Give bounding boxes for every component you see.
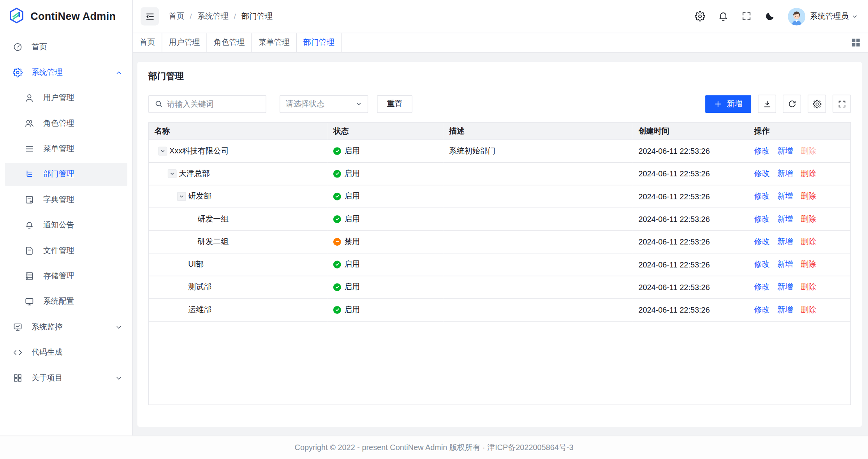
app-logo[interactable]: ContiNew Admin bbox=[0, 0, 132, 33]
table-row: Xxx科技有限公司启用系统初始部门2024-06-11 22:53:26修改新增… bbox=[149, 139, 850, 162]
table-row: UI部启用2024-06-11 22:53:26修改新增删除 bbox=[149, 253, 850, 276]
status-select-placeholder: 请选择状态 bbox=[286, 99, 325, 109]
column-header-名称: 名称 bbox=[149, 123, 327, 140]
dept-name: Xxx科技有限公司 bbox=[169, 146, 229, 156]
dark-mode-moon-icon[interactable] bbox=[764, 11, 775, 21]
tab-用户管理[interactable]: 用户管理 bbox=[162, 33, 207, 52]
download-icon[interactable] bbox=[758, 95, 776, 113]
header-actions: 系统管理员 bbox=[695, 7, 858, 25]
sidebar-item-代码生成[interactable]: 代码生成 bbox=[0, 341, 132, 364]
add-child-link[interactable]: 新增 bbox=[777, 259, 793, 268]
add-child-link[interactable]: 新增 bbox=[777, 282, 793, 291]
dept-card: 部门管理 请选择状态 重置 bbox=[137, 62, 862, 427]
sidebar-item-关于项目[interactable]: 关于项目 bbox=[0, 366, 132, 390]
delete-link[interactable]: 删除 bbox=[801, 237, 816, 246]
sidebar-item-通知公告[interactable]: 通知公告 bbox=[0, 214, 132, 237]
gear-icon bbox=[13, 67, 23, 77]
delete-link[interactable]: 删除 bbox=[801, 214, 816, 223]
page-content: 部门管理 请选择状态 重置 bbox=[133, 53, 868, 436]
breadcrumb-item[interactable]: 部门管理 bbox=[241, 11, 273, 21]
status-disabled-icon bbox=[333, 238, 341, 246]
sidebar-item-系统配置[interactable]: 系统配置 bbox=[0, 290, 132, 313]
add-child-link[interactable]: 新增 bbox=[777, 305, 793, 314]
sidebar-item-字典管理[interactable]: 字典管理 bbox=[0, 188, 132, 211]
sidebar-item-部门管理[interactable]: 部门管理 bbox=[5, 163, 127, 186]
edit-link[interactable]: 修改 bbox=[754, 169, 770, 178]
tree-collapse-icon[interactable] bbox=[158, 146, 167, 155]
breadcrumb-separator: / bbox=[190, 12, 192, 20]
dept-name: 运维部 bbox=[188, 305, 211, 315]
sidebar-item-用户管理[interactable]: 用户管理 bbox=[0, 86, 132, 110]
edit-link[interactable]: 修改 bbox=[754, 305, 770, 314]
reset-button[interactable]: 重置 bbox=[377, 95, 412, 113]
user-menu[interactable]: 系统管理员 bbox=[788, 7, 858, 25]
delete-link[interactable]: 删除 bbox=[801, 146, 816, 155]
delete-link[interactable]: 删除 bbox=[801, 191, 816, 200]
table-row: 运维部启用2024-06-11 22:53:26修改新增删除 bbox=[149, 298, 850, 321]
dept-name: 测试部 bbox=[188, 282, 211, 292]
delete-link[interactable]: 删除 bbox=[801, 305, 816, 314]
add-child-link[interactable]: 新增 bbox=[777, 237, 793, 246]
add-child-link[interactable]: 新增 bbox=[777, 191, 793, 200]
edit-link[interactable]: 修改 bbox=[754, 146, 770, 155]
user-icon bbox=[25, 93, 35, 103]
add-child-link[interactable]: 新增 bbox=[777, 146, 793, 155]
tree-collapse-icon[interactable] bbox=[177, 192, 186, 201]
tab-菜单管理[interactable]: 菜单管理 bbox=[252, 33, 297, 52]
created-time: 2024-06-11 22:53:26 bbox=[638, 169, 710, 178]
dept-name: 研发部 bbox=[188, 191, 211, 201]
edit-link[interactable]: 修改 bbox=[754, 237, 770, 246]
search-icon bbox=[155, 100, 163, 108]
keyword-search-input[interactable] bbox=[167, 99, 260, 108]
fullscreen-icon[interactable] bbox=[741, 11, 752, 21]
edit-link[interactable]: 修改 bbox=[754, 191, 770, 200]
add-child-link[interactable]: 新增 bbox=[777, 214, 793, 223]
chevron-down-icon bbox=[851, 13, 858, 19]
tree-collapse-icon[interactable] bbox=[168, 169, 177, 178]
status-select[interactable]: 请选择状态 bbox=[280, 95, 368, 113]
breadcrumb-item[interactable]: 系统管理 bbox=[197, 11, 229, 21]
status-enabled-icon bbox=[333, 306, 341, 313]
tab-grid-icon[interactable] bbox=[851, 33, 868, 52]
status-badge: 启用 bbox=[333, 259, 438, 269]
sidebar-item-系统监控[interactable]: 系统监控 bbox=[0, 315, 132, 339]
table-settings-gear-icon[interactable] bbox=[808, 95, 826, 113]
delete-link[interactable]: 删除 bbox=[801, 259, 816, 268]
notifications-bell-icon[interactable] bbox=[718, 11, 729, 21]
refresh-icon[interactable] bbox=[783, 95, 801, 113]
add-child-link[interactable]: 新增 bbox=[777, 169, 793, 178]
tabs: 首页用户管理角色管理菜单管理部门管理 bbox=[133, 33, 342, 52]
tab-角色管理[interactable]: 角色管理 bbox=[207, 33, 252, 52]
breadcrumb-item[interactable]: 首页 bbox=[169, 11, 185, 21]
menu-fold-icon[interactable] bbox=[141, 7, 159, 25]
status-badge: 启用 bbox=[333, 305, 438, 315]
sidebar-item-系统管理[interactable]: 系统管理 bbox=[0, 61, 132, 84]
sidebar-item-存储管理[interactable]: 存储管理 bbox=[0, 265, 132, 288]
toolbar-right: 新增 bbox=[705, 95, 851, 113]
delete-link[interactable]: 删除 bbox=[801, 169, 816, 178]
sidebar-item-角色管理[interactable]: 角色管理 bbox=[0, 112, 132, 135]
settings-icon[interactable] bbox=[695, 11, 705, 21]
edit-link[interactable]: 修改 bbox=[754, 214, 770, 223]
table-fullscreen-icon[interactable] bbox=[833, 95, 851, 113]
dept-name-cell: 研发一组 bbox=[155, 214, 322, 224]
users-icon bbox=[25, 118, 35, 128]
sidebar-item-首页[interactable]: 首页 bbox=[0, 35, 132, 59]
edit-link[interactable]: 修改 bbox=[754, 282, 770, 291]
dictionary-icon bbox=[25, 195, 35, 205]
column-header-创建时间: 创建时间 bbox=[633, 123, 748, 140]
breadcrumb: 首页/系统管理/部门管理 bbox=[169, 11, 273, 21]
table-row: 研发二组禁用2024-06-11 22:53:26修改新增删除 bbox=[149, 230, 850, 253]
add-button[interactable]: 新增 bbox=[705, 95, 751, 113]
edit-link[interactable]: 修改 bbox=[754, 259, 770, 268]
chevron-down-icon bbox=[115, 324, 122, 331]
delete-link[interactable]: 删除 bbox=[801, 282, 816, 291]
page-footer: Copyright © 2022 - present ContiNew Admi… bbox=[0, 436, 868, 459]
dashboard-icon bbox=[13, 42, 23, 52]
sidebar-item-文件管理[interactable]: 文件管理 bbox=[0, 239, 132, 262]
tab-部门管理[interactable]: 部门管理 bbox=[297, 33, 342, 52]
created-time: 2024-06-11 22:53:26 bbox=[638, 146, 710, 155]
tab-首页[interactable]: 首页 bbox=[133, 33, 162, 52]
sidebar-item-菜单管理[interactable]: 菜单管理 bbox=[0, 137, 132, 161]
code-icon bbox=[13, 348, 23, 358]
